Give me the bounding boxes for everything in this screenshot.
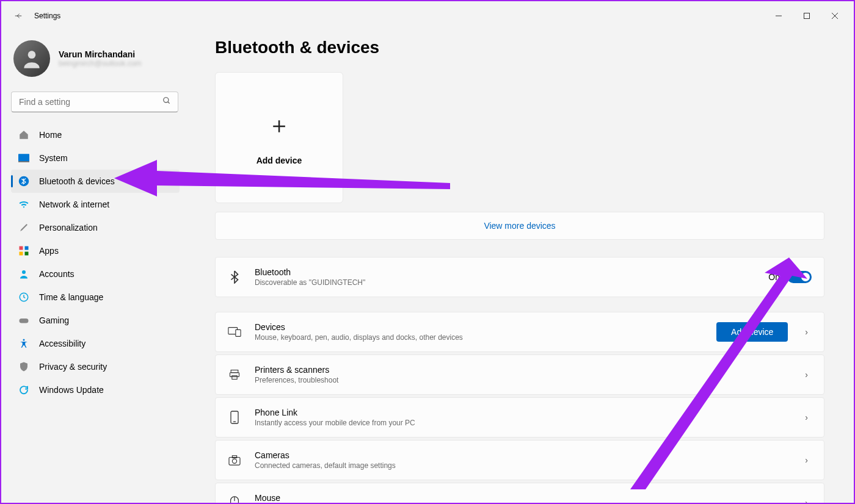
printers-desc: Preferences, troubleshoot bbox=[255, 376, 788, 384]
mouse-icon bbox=[228, 496, 241, 503]
mouse-setting-card[interactable]: Mouse Buttons, mouse pointer speed, scro… bbox=[215, 483, 824, 503]
svg-rect-1 bbox=[804, 13, 810, 19]
nav-label: System bbox=[39, 153, 68, 163]
devices-desc: Mouse, keyboard, pen, audio, displays an… bbox=[255, 333, 703, 342]
back-button[interactable] bbox=[6, 4, 31, 28]
bluetooth-title: Bluetooth bbox=[255, 267, 755, 277]
chevron-right-icon: › bbox=[801, 327, 812, 337]
nav-home[interactable]: Home bbox=[11, 123, 180, 146]
svg-point-5 bbox=[164, 98, 169, 103]
window-title: Settings bbox=[34, 12, 60, 20]
svg-rect-7 bbox=[18, 154, 29, 161]
svg-rect-25 bbox=[229, 458, 240, 466]
svg-rect-27 bbox=[232, 456, 236, 458]
chevron-right-icon: › bbox=[801, 370, 812, 380]
bluetooth-glyph-icon bbox=[228, 270, 241, 284]
nav-label: Time & language bbox=[39, 292, 103, 302]
gamepad-icon bbox=[18, 315, 29, 326]
system-icon bbox=[18, 153, 29, 164]
phone-icon bbox=[228, 411, 241, 424]
bluetooth-icon bbox=[18, 176, 29, 187]
svg-rect-16 bbox=[20, 319, 29, 323]
home-icon bbox=[18, 129, 29, 140]
bluetooth-toggle-state: On bbox=[768, 272, 780, 282]
nav-label: Privacy & security bbox=[39, 362, 107, 372]
person-icon bbox=[18, 268, 29, 279]
search-icon bbox=[162, 96, 171, 107]
nav-label: Gaming bbox=[39, 315, 69, 325]
minimize-button[interactable] bbox=[765, 6, 793, 26]
phone-title: Phone Link bbox=[255, 408, 788, 417]
avatar bbox=[13, 40, 50, 77]
devices-icon bbox=[228, 326, 241, 337]
add-device-button[interactable]: Add device bbox=[716, 322, 788, 342]
bluetooth-setting-card: Bluetooth Discoverable as "GUIDINGTECH" … bbox=[215, 257, 824, 297]
svg-rect-11 bbox=[25, 247, 29, 250]
devices-setting-card[interactable]: Devices Mouse, keyboard, pen, audio, dis… bbox=[215, 312, 824, 352]
profile-email: beingmirch@outlook.com bbox=[59, 59, 142, 68]
svg-rect-21 bbox=[230, 373, 239, 377]
phone-setting-card[interactable]: Phone Link Instantly access your mobile … bbox=[215, 397, 824, 437]
svg-rect-13 bbox=[25, 252, 29, 256]
svg-point-26 bbox=[232, 459, 236, 463]
nav-system[interactable]: System bbox=[11, 146, 180, 170]
svg-point-9 bbox=[19, 176, 29, 187]
nav-label: Accessibility bbox=[39, 339, 86, 348]
svg-line-6 bbox=[168, 102, 170, 104]
accessibility-icon bbox=[18, 338, 29, 349]
search-input[interactable] bbox=[11, 92, 178, 112]
svg-rect-12 bbox=[20, 252, 23, 256]
chevron-right-icon: › bbox=[801, 455, 812, 465]
shield-icon bbox=[18, 361, 29, 372]
bluetooth-toggle[interactable] bbox=[787, 271, 812, 283]
phone-desc: Instantly access your mobile device from… bbox=[255, 419, 788, 427]
cameras-desc: Connected cameras, default image setting… bbox=[255, 461, 788, 470]
sidebar: Varun Mirchandani beingmirch@outlook.com… bbox=[1, 31, 191, 503]
cameras-title: Cameras bbox=[255, 450, 788, 460]
mouse-title: Mouse bbox=[255, 493, 788, 503]
chevron-right-icon: › bbox=[801, 412, 812, 422]
svg-rect-8 bbox=[18, 161, 29, 162]
add-device-card[interactable]: ＋ Add device bbox=[215, 72, 343, 203]
printer-icon bbox=[228, 369, 241, 381]
svg-point-17 bbox=[23, 339, 25, 341]
maximize-button[interactable] bbox=[793, 6, 821, 26]
nav-accessibility[interactable]: Accessibility bbox=[11, 332, 180, 355]
svg-rect-19 bbox=[236, 329, 241, 336]
nav-time[interactable]: Time & language bbox=[11, 286, 180, 309]
nav-update[interactable]: Windows Update bbox=[11, 378, 180, 401]
apps-icon bbox=[18, 245, 29, 256]
cameras-setting-card[interactable]: Cameras Connected cameras, default image… bbox=[215, 440, 824, 480]
nav-label: Bluetooth & devices bbox=[39, 176, 115, 186]
window-controls bbox=[765, 6, 849, 26]
profile-block[interactable]: Varun Mirchandani beingmirch@outlook.com bbox=[11, 35, 191, 89]
nav-label: Home bbox=[39, 130, 62, 140]
chevron-right-icon: › bbox=[801, 498, 812, 503]
nav-bluetooth[interactable]: Bluetooth & devices bbox=[11, 170, 180, 193]
devices-title: Devices bbox=[255, 322, 703, 332]
add-device-label: Add device bbox=[256, 156, 302, 165]
update-icon bbox=[18, 384, 29, 395]
search-wrap bbox=[11, 92, 178, 112]
svg-rect-22 bbox=[232, 376, 237, 380]
main-content: Bluetooth & devices ＋ Add device View mo… bbox=[191, 31, 854, 503]
nav-accounts[interactable]: Accounts bbox=[11, 262, 180, 286]
camera-icon bbox=[228, 455, 241, 466]
nav-privacy[interactable]: Privacy & security bbox=[11, 355, 180, 378]
nav-personalization[interactable]: Personalization bbox=[11, 216, 180, 239]
bluetooth-desc: Discoverable as "GUIDINGTECH" bbox=[255, 278, 755, 287]
nav-network[interactable]: Network & internet bbox=[11, 193, 180, 216]
view-more-devices[interactable]: View more devices bbox=[215, 212, 824, 240]
svg-rect-20 bbox=[231, 370, 238, 373]
page-title: Bluetooth & devices bbox=[215, 38, 824, 57]
nav-label: Windows Update bbox=[39, 385, 104, 395]
printers-setting-card[interactable]: Printers & scanners Preferences, trouble… bbox=[215, 355, 824, 395]
brush-icon bbox=[18, 222, 29, 233]
nav-gaming[interactable]: Gaming bbox=[11, 309, 180, 332]
close-button[interactable] bbox=[821, 6, 849, 26]
nav-apps[interactable]: Apps bbox=[11, 239, 180, 262]
nav: Home System Bluetooth & devices Network … bbox=[11, 123, 191, 401]
svg-point-4 bbox=[28, 51, 36, 59]
titlebar: Settings bbox=[1, 1, 854, 31]
svg-point-14 bbox=[22, 270, 26, 274]
